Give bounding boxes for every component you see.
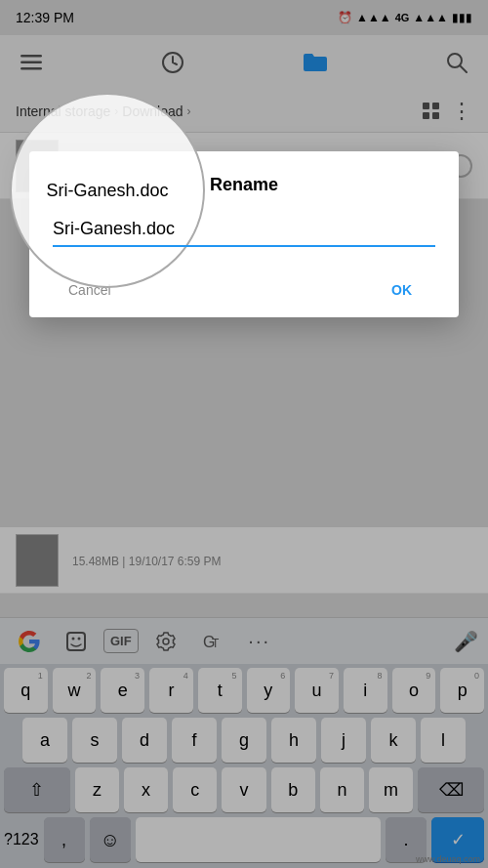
cancel-button[interactable]: Cancel [53,270,127,310]
rename-input-row [53,215,435,247]
rename-input[interactable] [53,215,435,247]
rename-modal-overlay: Rename Sri-Ganesh.doc Cancel OK [0,0,488,868]
ok-button[interactable]: OK [368,270,435,310]
modal-actions: Cancel OK [53,263,435,317]
rename-dialog: Rename Sri-Ganesh.doc Cancel OK [29,151,459,317]
modal-title: Rename [53,175,435,195]
